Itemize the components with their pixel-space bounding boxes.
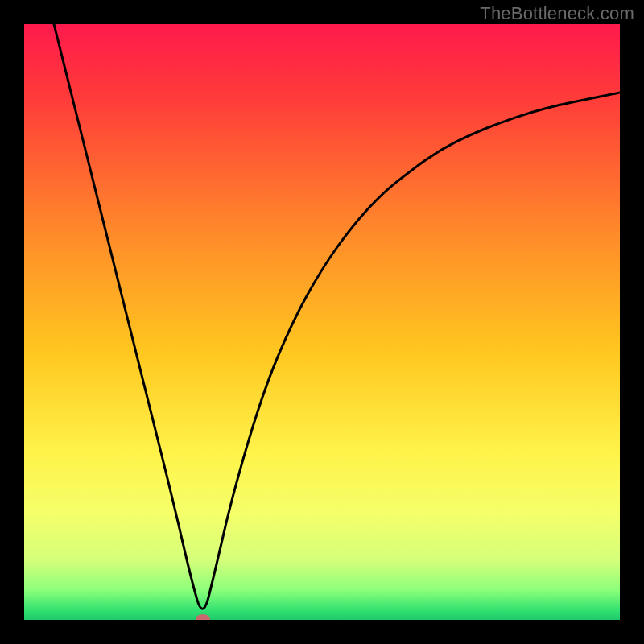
minimum-marker bbox=[196, 614, 210, 624]
bottleneck-plot bbox=[0, 0, 644, 644]
chart-stage: TheBottleneck.com bbox=[0, 0, 644, 644]
watermark-label: TheBottleneck.com bbox=[480, 3, 634, 24]
